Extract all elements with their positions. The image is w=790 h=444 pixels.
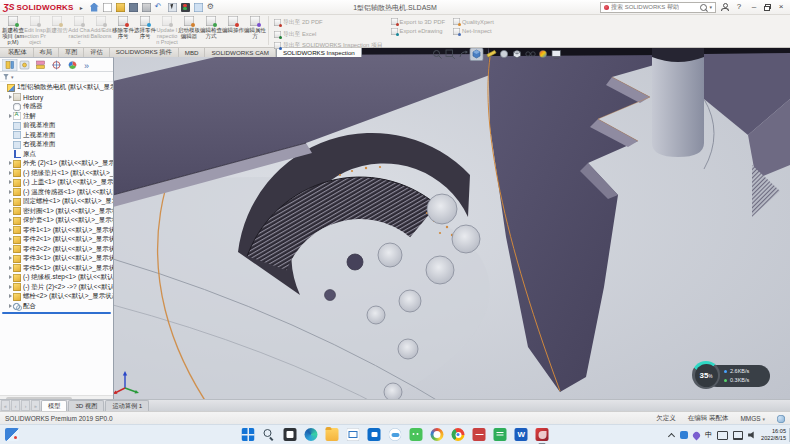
display-settings-icon[interactable] [194,3,203,12]
keyboard-icon[interactable] [717,431,728,440]
ribbon-button[interactable]: 新建检查项目 (amp;M) [2,15,24,47]
home-icon[interactable] [90,3,99,12]
user-account-icon[interactable] [721,3,729,11]
tree-item[interactable]: 固定螺栓<1> (默认<<默认>_显示 [0,197,113,207]
ribbon-button[interactable]: Add Characteristic [68,15,90,47]
previous-view-icon[interactable] [460,51,468,58]
export-button[interactable]: QualityXpert [453,18,494,25]
taskbar-app-icon[interactable] [389,428,402,441]
tree-item[interactable]: 前视基准面 [0,121,113,131]
command-tab[interactable]: 布局 [34,47,59,57]
graphics-area[interactable] [0,47,790,411]
shaft-pillar[interactable] [652,47,704,157]
tree-item[interactable]: 零件5<1> (默认<<默认>_显示状态 [0,264,113,274]
displaymanager-tab[interactable] [69,61,77,69]
ribbon-button[interactable]: Edit Inspection Project [24,15,46,47]
command-tab[interactable]: 装配体 [2,47,34,57]
taskbar-app-icon[interactable] [305,428,318,441]
tree-item[interactable]: 配合 [0,302,113,312]
new-document-icon[interactable] [103,3,112,12]
ime-indicator[interactable]: 中 [705,430,712,440]
undo-icon[interactable] [155,3,164,12]
zoom-fit-icon[interactable] [434,51,442,59]
tree-item[interactable]: 右视基准面 [0,140,113,150]
through-hole[interactable] [347,254,363,270]
taskbar-app-icon[interactable] [368,428,381,441]
taskbar-app-icon[interactable] [431,428,444,441]
tab-scroll-last-icon[interactable]: » [31,400,40,411]
propertymanager-tab[interactable] [20,61,29,69]
export-button[interactable]: Export to 3D PDF [391,18,445,25]
print-icon[interactable] [142,3,151,12]
tray-app-icon-purple[interactable] [692,430,702,440]
taskbar-app-icon[interactable] [473,428,486,441]
tree-item[interactable]: 注解 [0,112,113,122]
taskbar-app-icon[interactable] [515,428,528,441]
model-tab[interactable]: 运动算例 1 [105,400,149,411]
help-button[interactable]: ? [734,2,744,12]
ribbon-button[interactable]: Add/Edit Balloons [90,15,112,47]
search-input[interactable]: 搜索 SOLIDWORKS 帮助 [611,3,679,12]
export-button[interactable]: Export eDrawing [391,28,445,35]
search-icon[interactable] [700,4,707,11]
taskbar-clock[interactable]: 16:05 2022/8/15 [761,428,786,442]
rollback-bar[interactable] [2,312,111,314]
tree-item[interactable]: (-) 绝缘板.step<1> (默认<<默认> [0,273,113,283]
export-button[interactable]: 导出至 Excel [274,30,383,39]
save-icon[interactable] [129,3,138,12]
speaker-icon[interactable] [748,431,756,439]
tree-item[interactable]: (-) 温度传感器<1> (默认<<默认>_ [0,188,113,198]
tab-scroll-first-icon[interactable]: « [1,400,10,411]
ribbon-button[interactable]: 编辑检查方式 [200,15,222,47]
ribbon-button[interactable]: 编辑属性方 [244,15,266,47]
tree-item[interactable]: 1型铝轴散热电机 (默认<默认_显示状态-1>) [0,83,113,93]
tree-item[interactable]: (-) 绝缘垫片<1> (默认<<默认>_显 [0,169,113,179]
tree-item[interactable]: 零件3<1> (默认<<默认>_显示状态 [0,254,113,264]
taskbar-app-icon[interactable] [263,428,276,441]
command-tab[interactable]: SOLIDWORKS CAM [205,47,275,57]
export-button[interactable]: Net-Inspect [453,28,494,35]
export-button[interactable]: 导出至 SOLIDWORKS Inspection 项目 [274,41,383,50]
dimxpertmanager-tab[interactable] [52,60,61,69]
taskbar-app-icon[interactable] [284,428,297,441]
view-settings-icon[interactable] [552,51,561,59]
tree-item[interactable]: (-) 上盖<1> (默认<<默认>_显示状 [0,178,113,188]
tray-overflow-icon[interactable] [668,432,675,439]
tree-item[interactable]: 零件2<2> (默认<<默认>_显示状态 [0,245,113,255]
display-style-icon[interactable] [500,50,507,57]
model-tab[interactable]: 3D 视图 [68,400,104,411]
open-document-icon[interactable] [116,3,125,12]
tree-item[interactable]: 保护套<1> (默认<<默认>_显示状 [0,216,113,226]
tree-item[interactable]: 外壳 (2)<1> (默认<<默认>_显示状 [0,159,113,169]
options-gear-icon[interactable] [207,3,216,12]
edit-appearance-icon[interactable] [539,50,546,57]
taskbar-app-icon[interactable] [347,428,360,441]
tab-scroll-prev-icon[interactable]: ‹ [11,400,20,411]
widgets-icon[interactable] [5,428,19,441]
rebuild-icon[interactable] [181,3,190,12]
command-tab[interactable]: 草图 [59,47,84,57]
taskbar-app-icon[interactable] [536,428,549,441]
ribbon-button[interactable]: Update Inspection Project [156,15,178,47]
tree-item[interactable]: 螺栓<2> (默认<<默认>_显示状态 [0,292,113,302]
restore-button[interactable] [764,4,771,11]
ribbon-button[interactable]: 启动模板编辑器 [178,15,200,47]
filter-funnel-icon[interactable] [3,74,9,80]
command-tab[interactable]: SOLIDWORKS 插件 [110,47,179,57]
model-tab[interactable]: 模型 [41,400,67,411]
status-globe-icon[interactable] [777,415,785,423]
filter-dropdown-icon[interactable]: ▾ [11,74,14,80]
command-tab[interactable]: 评估 [84,47,109,57]
select-cursor-icon[interactable] [168,3,177,12]
tree-item[interactable]: History [0,93,113,103]
close-button[interactable]: × [776,2,786,12]
hide-show-items-icon[interactable] [526,52,535,56]
units-selector[interactable]: MMGS ▾ [740,415,765,422]
taskbar-app-icon[interactable] [326,428,339,441]
menu-expand-arrow-icon[interactable]: ▸ [80,4,83,11]
tree-item[interactable]: 零件1<1> (默认<<默认>_显示状态 [0,226,113,236]
export-button[interactable]: 导出至 2D PDF [274,18,383,27]
search-box[interactable]: 搜索 SOLIDWORKS 帮助 ▾ [600,2,716,13]
ribbon-button[interactable]: 新建报告 [46,15,68,47]
taskbar-app-icon[interactable] [410,428,423,441]
